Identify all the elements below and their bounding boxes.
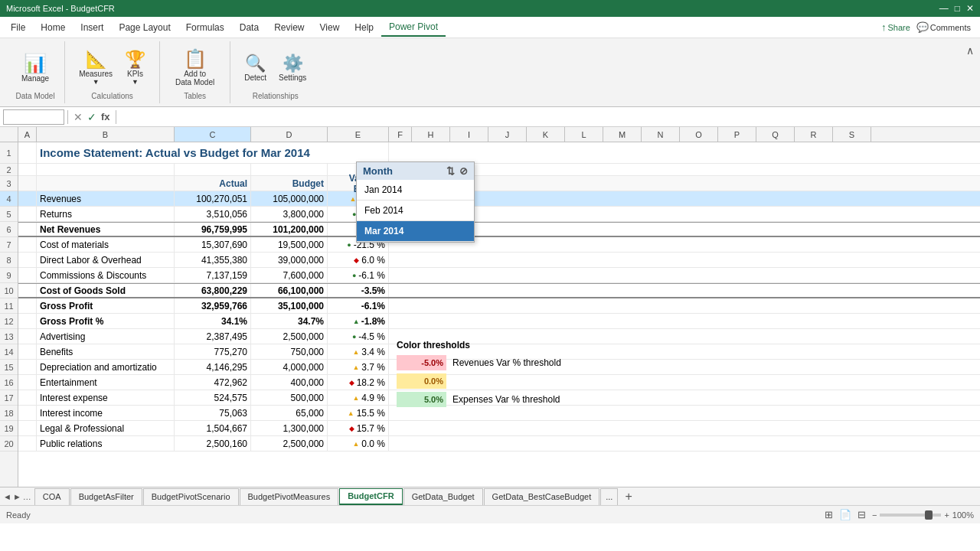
ribbon-group-relationships: 🔍 Detect ⚙️ Settings Relationships <box>230 41 320 103</box>
tab-get-data-best-case[interactable]: GetData_BestCaseBudget <box>484 488 600 505</box>
table-row: Actual Budget Var % to Budget <box>18 176 980 191</box>
zoom-level: 100% <box>952 510 974 520</box>
table-row[interactable]: Net Revenues 96,759,995 101,200,000 -4.4… <box>18 222 980 237</box>
menu-item-insert[interactable]: Insert <box>73 19 111 36</box>
slicer-item[interactable]: Jan 2014 <box>357 180 474 201</box>
kpis-button[interactable]: 🏆 KPIs ▼ <box>120 47 150 89</box>
col-header-e[interactable]: E <box>328 127 389 142</box>
tab-budget-pivot-scenario[interactable]: BudgetPivotScenario <box>143 488 239 505</box>
slicer-item[interactable]: Feb 2014 <box>357 201 474 221</box>
menu-item-help[interactable]: Help <box>347 19 381 36</box>
insert-function-icon[interactable]: fx <box>99 111 113 122</box>
confirm-formula-icon[interactable]: ✓ <box>85 111 99 123</box>
col-header-r[interactable]: R <box>795 127 833 142</box>
manage-button[interactable]: 📊 Manage <box>15 50 55 86</box>
close-icon[interactable]: ✕ <box>966 3 974 14</box>
menu-item-home[interactable]: Home <box>33 19 73 36</box>
col-header-h[interactable]: H <box>412 127 450 142</box>
measures-button[interactable]: 📐 Measures ▼ <box>74 47 117 89</box>
zoom-out-icon[interactable]: − <box>872 510 877 520</box>
table-row[interactable]: Cost of materials 15,307,690 19,500,000 … <box>18 237 980 253</box>
detect-button[interactable]: 🔍 Detect <box>240 51 271 85</box>
zoom-in-icon[interactable]: + <box>944 510 949 520</box>
menu-item-review[interactable]: Review <box>266 19 312 36</box>
col-header-q[interactable]: Q <box>756 127 795 142</box>
grid: Income Statement: Actual vs Budget for M… <box>18 142 980 487</box>
ct-label-revenues: Revenues Var % threshold <box>452 357 561 368</box>
share-button[interactable]: ↑ Share <box>881 21 910 33</box>
col-header-o[interactable]: O <box>680 127 718 142</box>
table-row[interactable]: Returns 3,510,056 3,800,000 ●-7.6 % <box>18 207 980 222</box>
menu-item-file[interactable]: File <box>3 19 33 36</box>
menu-item-view[interactable]: View <box>312 19 348 36</box>
cancel-formula-icon[interactable]: ✕ <box>71 111 85 123</box>
zoom-slider[interactable] <box>880 514 941 517</box>
page-break-view-icon[interactable]: ⊟ <box>858 509 866 520</box>
ct-label-expenses: Expenses Var % threshold <box>452 394 560 405</box>
ribbon-group-tables-label: Tables <box>184 92 206 100</box>
col-header-l[interactable]: L <box>565 127 603 142</box>
ct-box-red: -5.0% <box>397 355 446 370</box>
tab-more[interactable]: ... <box>600 488 618 505</box>
menu-item-power-pivot[interactable]: Power Pivot <box>381 18 446 37</box>
table-row[interactable]: Legal & Professional 1,504,667 1,300,000… <box>18 421 980 436</box>
ribbon-group-calculations-label: Calculations <box>91 92 132 100</box>
next-sheet-icon[interactable]: ► <box>13 492 21 501</box>
tab-budget-cfr[interactable]: BudgetCFR <box>339 488 403 505</box>
prev-sheet-icon[interactable]: ◄ <box>3 492 11 501</box>
restore-icon[interactable]: □ <box>955 3 960 14</box>
add-to-data-model-button[interactable]: 📋 Add toData Model <box>169 45 220 90</box>
comments-button[interactable]: 💬 Comments <box>916 21 971 33</box>
table-row[interactable]: Commissions & Discounts 7,137,159 7,600,… <box>18 268 980 283</box>
slicer[interactable]: Month ⇅ ⊘ Jan 2014 Feb 2014 Mar 2014 <box>356 161 475 243</box>
col-header-b[interactable]: B <box>37 127 175 142</box>
slicer-filter-icon[interactable]: ⊘ <box>459 165 468 177</box>
status-text: Ready <box>6 510 31 520</box>
budget-header: Budget <box>251 176 328 191</box>
status-bar: Ready ⊞ 📄 ⊟ − + 100% <box>0 505 980 523</box>
menu-item-formulas[interactable]: Formulas <box>178 19 232 36</box>
actual-header: Actual <box>175 176 251 191</box>
cell-reference-box[interactable]: C4 <box>3 109 64 125</box>
col-header-i[interactable]: I <box>450 127 488 142</box>
table-row[interactable]: Direct Labor & Overhead 41,355,380 39,00… <box>18 253 980 268</box>
minimize-icon[interactable]: — <box>939 3 949 14</box>
menu-bar: File Home Insert Page Layout Formulas Da… <box>0 17 980 38</box>
table-row <box>18 164 980 176</box>
more-sheets-icon[interactable]: … <box>23 492 31 501</box>
color-thresholds-title: Color thresholds <box>397 340 561 350</box>
table-row[interactable]: Public relations 2,500,160 2,500,000 ▲0.… <box>18 436 980 452</box>
add-sheet-icon[interactable]: + <box>619 490 638 504</box>
status-right: ⊞ 📄 ⊟ − + 100% <box>825 509 974 520</box>
app-title: Microsoft Excel - BudgetCFR <box>6 4 115 13</box>
ribbon-collapse-icon[interactable]: ∧ <box>966 44 974 57</box>
page-layout-view-icon[interactable]: 📄 <box>839 509 851 520</box>
menu-item-data[interactable]: Data <box>232 19 266 36</box>
col-header-a[interactable]: A <box>18 127 37 142</box>
slicer-item-selected[interactable]: Mar 2014 <box>357 221 474 242</box>
col-header-j[interactable]: J <box>488 127 527 142</box>
menu-item-page-layout[interactable]: Page Layout <box>111 19 178 36</box>
table-row[interactable]: Gross Profit 32,959,766 35,100,000 -6.1% <box>18 298 980 314</box>
col-header-s[interactable]: S <box>833 127 871 142</box>
col-header-m[interactable]: M <box>603 127 642 142</box>
normal-view-icon[interactable]: ⊞ <box>825 509 833 520</box>
table-row[interactable]: Gross Profit % 34.1% 34.7% ▲-1.8% <box>18 314 980 329</box>
slicer-sort-icon[interactable]: ⇅ <box>446 165 455 177</box>
title-bar: Microsoft Excel - BudgetCFR — □ ✕ <box>0 0 980 17</box>
table-row[interactable]: Cost of Goods Sold 63,800,229 66,100,000… <box>18 283 980 298</box>
table-row[interactable]: Revenues 100,270,051 105,000,000 ▲-4.5 % <box>18 191 980 207</box>
tab-coa[interactable]: COA <box>34 488 70 505</box>
formula-input[interactable]: =CUBEVALUE("ThisWorkbookDataModel",C$29,… <box>119 112 977 122</box>
col-header-f[interactable]: F <box>389 127 412 142</box>
settings-button[interactable]: ⚙️ Settings <box>274 51 311 85</box>
col-header-p[interactable]: P <box>718 127 756 142</box>
tab-get-data-budget[interactable]: GetData_Budget <box>403 488 483 505</box>
tab-budget-pivot-measures[interactable]: BudgetPivotMeasures <box>240 488 339 505</box>
col-header-c[interactable]: C <box>175 127 251 142</box>
tab-budget-as-filter[interactable]: BudgetAsFilter <box>70 488 142 505</box>
col-header-d[interactable]: D <box>251 127 328 142</box>
col-header-n[interactable]: N <box>642 127 680 142</box>
col-header-k[interactable]: K <box>527 127 565 142</box>
slicer-header: Month ⇅ ⊘ <box>357 162 474 180</box>
